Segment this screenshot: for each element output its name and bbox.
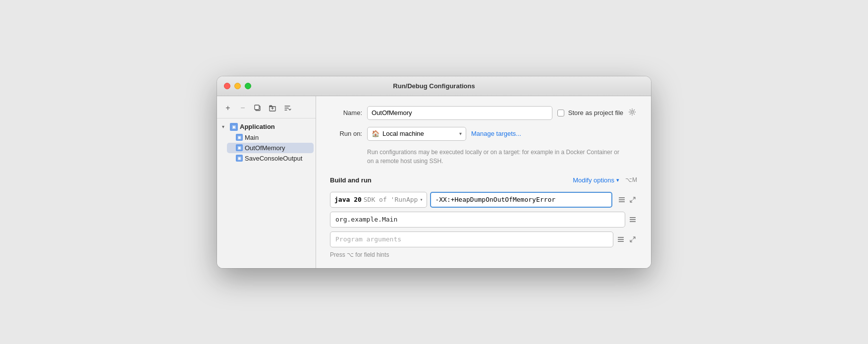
gear-button[interactable] xyxy=(627,107,637,118)
program-args-field[interactable]: Program arguments xyxy=(330,231,613,247)
house-icon: 🏠 xyxy=(372,130,380,137)
modify-options-label: Modify options xyxy=(573,176,614,184)
sidebar: + − xyxy=(217,96,316,268)
build-run-header: Build and run Modify options ▾ ⌥M xyxy=(330,175,637,185)
copy-icon xyxy=(254,104,262,112)
main-class-field[interactable]: org.example.Main xyxy=(330,212,625,228)
vm-options-input[interactable]: -XX:+HeapDumpOnOutOfMemoryError xyxy=(430,192,612,208)
window-title: Run/Debug Configurations xyxy=(393,82,475,90)
run-on-value: Local machine xyxy=(382,130,456,137)
store-as-project-checkbox[interactable] xyxy=(557,110,564,116)
svg-rect-7 xyxy=(630,219,636,220)
folder-icon xyxy=(269,104,276,112)
application-label: Application xyxy=(240,123,275,130)
svg-rect-11 xyxy=(618,241,624,242)
modify-options-button[interactable]: Modify options ▾ xyxy=(571,175,621,185)
tree-section: ▾ ▣ Application ▣ Main ▣ OutOfMemory ▣ xyxy=(217,121,316,164)
vm-options-expand-button[interactable] xyxy=(628,195,637,204)
chevron-down-icon: ▾ xyxy=(222,124,228,129)
java-sdk-suffix: SDK of 'RunApp xyxy=(364,196,418,203)
copy-config-button[interactable] xyxy=(252,102,264,114)
store-as-project-container: Store as project file xyxy=(557,107,637,118)
program-args-row: Program arguments xyxy=(330,231,637,247)
program-args-placeholder: Program arguments xyxy=(335,235,401,243)
titlebar: Run/Debug Configurations xyxy=(217,76,651,96)
config-icon-3: ▣ xyxy=(236,155,243,162)
expand-icon xyxy=(629,196,636,203)
minimize-button[interactable] xyxy=(234,83,241,89)
sort-button[interactable] xyxy=(281,102,293,114)
svg-rect-8 xyxy=(630,221,636,222)
move-to-folder-button[interactable] xyxy=(267,102,278,114)
svg-rect-1 xyxy=(255,105,259,110)
run-on-select[interactable]: 🏠 Local machine ▾ xyxy=(367,127,466,141)
chevron-down-icon: ▾ xyxy=(459,131,462,136)
gear-icon xyxy=(628,108,636,116)
svg-rect-4 xyxy=(619,199,625,200)
java-sdk-label: java 20 xyxy=(334,196,362,203)
main-label: Main xyxy=(245,134,259,141)
name-label: Name: xyxy=(330,109,362,116)
main-window: Run/Debug Configurations + − xyxy=(217,76,651,268)
sidebar-item-main[interactable]: ▣ Main xyxy=(227,132,314,143)
run-on-row: Run on: 🏠 Local machine ▾ Manage targets… xyxy=(330,127,637,141)
remove-config-button[interactable]: − xyxy=(237,102,249,114)
main-content: + − xyxy=(217,96,651,268)
maximize-button[interactable] xyxy=(245,83,251,89)
svg-rect-10 xyxy=(618,239,624,240)
add-config-button[interactable]: + xyxy=(222,102,234,114)
svg-rect-3 xyxy=(619,197,625,198)
java-sdk-select[interactable]: java 20 SDK of 'RunApp ▾ xyxy=(330,192,427,208)
name-input[interactable] xyxy=(367,106,552,120)
sidebar-item-application[interactable]: ▾ ▣ Application xyxy=(219,121,314,132)
config-icon-2: ▣ xyxy=(236,144,243,151)
svg-point-2 xyxy=(631,111,634,114)
right-panel: Name: Store as project file Run on: xyxy=(316,96,651,268)
chevron-down-icon: ▾ xyxy=(616,177,619,183)
main-class-value: org.example.Main xyxy=(335,216,397,223)
config-icon: ▣ xyxy=(236,134,243,141)
program-args-expand-button[interactable] xyxy=(628,235,637,244)
expand-icon-2 xyxy=(629,236,636,243)
application-icon: ▣ xyxy=(230,123,238,131)
manage-targets-link[interactable]: Manage targets... xyxy=(471,130,521,137)
vm-options-value: -XX:+HeapDumpOnOutOfMemoryError xyxy=(435,196,555,203)
svg-rect-6 xyxy=(630,217,636,218)
saveconsoleoutput-label: SaveConsoleOutput xyxy=(245,155,302,162)
tree-children: ▣ Main ▣ OutOfMemory ▣ SaveConsoleOutput xyxy=(219,132,314,164)
field-hint: Press ⌥ for field hints xyxy=(330,251,637,258)
list-icon-2 xyxy=(629,216,636,223)
name-row: Name: Store as project file xyxy=(330,106,637,120)
traffic-lights xyxy=(224,83,251,89)
store-as-project-label: Store as project file xyxy=(568,109,623,116)
sort-icon xyxy=(283,104,291,112)
build-run-title: Build and run xyxy=(330,176,372,184)
main-class-row: org.example.Main xyxy=(330,212,637,228)
sidebar-toolbar: + − xyxy=(217,100,316,118)
sidebar-item-outofmemory[interactable]: ▣ OutOfMemory xyxy=(227,143,314,153)
vm-options-list-button[interactable] xyxy=(617,195,626,204)
main-class-list-button[interactable] xyxy=(628,215,637,224)
vm-options-row: java 20 SDK of 'RunApp ▾ -XX:+HeapDumpOn… xyxy=(330,192,637,208)
chevron-down-icon-sdk: ▾ xyxy=(420,197,423,202)
run-on-hint: Run configurations may be executed local… xyxy=(367,148,625,166)
outofmemory-label: OutOfMemory xyxy=(245,144,285,152)
vm-options-icons xyxy=(617,195,637,204)
modify-options-shortcut: ⌥M xyxy=(625,176,637,183)
list-icon xyxy=(618,196,625,203)
run-on-label: Run on: xyxy=(330,130,362,137)
svg-rect-5 xyxy=(619,201,625,202)
svg-rect-9 xyxy=(618,237,624,238)
program-args-list-button[interactable] xyxy=(616,235,625,244)
list-icon-3 xyxy=(617,236,624,243)
close-button[interactable] xyxy=(224,83,230,89)
sidebar-item-saveconsoleoutput[interactable]: ▣ SaveConsoleOutput xyxy=(227,153,314,164)
